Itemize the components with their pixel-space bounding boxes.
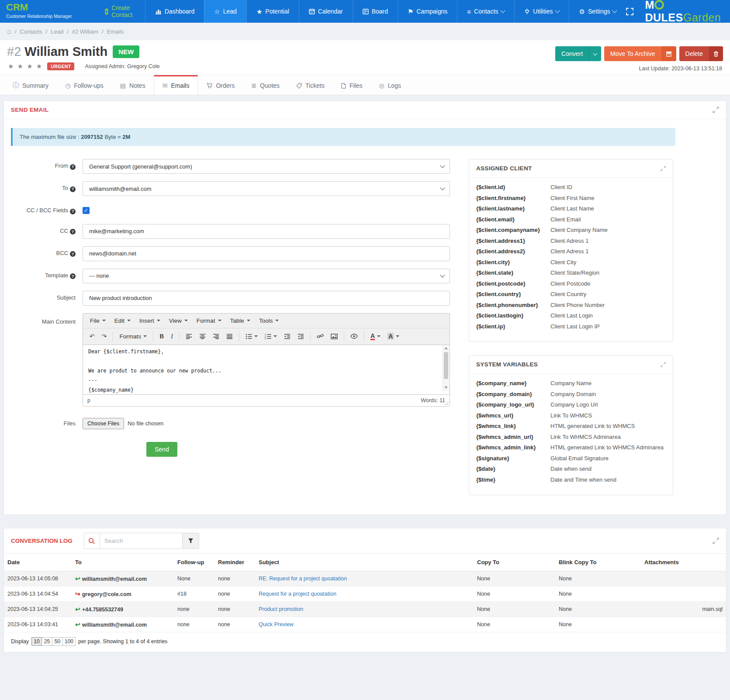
nav-settings[interactable]: ⚙ Settings <box>569 0 626 23</box>
home-icon[interactable]: ⌂ <box>7 28 11 35</box>
modulesgarden-logo[interactable]: MDULESGarden <box>645 0 722 24</box>
tab-emails[interactable]: ✉Emails <box>154 75 198 95</box>
to-select[interactable]: williamsmith@email.com <box>83 181 450 196</box>
scrollbar-thumb[interactable] <box>444 352 448 379</box>
tab-files[interactable]: Files <box>333 75 371 95</box>
redo-icon[interactable]: ↷ <box>99 330 110 342</box>
breadcrumb-emails[interactable]: Emails <box>107 28 124 35</box>
cc-input[interactable] <box>83 224 450 239</box>
nav-campaigns[interactable]: ⚑ Campaigns <box>398 0 457 23</box>
variable-token[interactable]: {$client.city} <box>476 259 550 266</box>
image-icon[interactable] <box>328 331 341 342</box>
table-row[interactable]: 2023-06-13 14:05:08 ↩williamsmith@email.… <box>4 571 726 586</box>
help-icon[interactable]: ? <box>70 209 76 214</box>
expand-icon[interactable] <box>713 538 719 544</box>
editor-scrollbar[interactable] <box>443 345 449 391</box>
variable-row[interactable]: {$whmcs_admin_link}HTML generated Link t… <box>476 444 666 455</box>
col-reminder[interactable]: Reminder <box>215 554 255 571</box>
bullet-list-icon[interactable] <box>242 331 261 342</box>
variable-token[interactable]: {$client.address2} <box>476 248 550 255</box>
variable-row[interactable]: {$whmcs_link}HTML generated Link to WHMC… <box>476 423 666 434</box>
page-size-10[interactable]: 10 <box>31 637 42 646</box>
resize-handle[interactable] <box>444 401 449 405</box>
variable-row[interactable]: {$client.address2}Client Adress 1 <box>476 248 666 259</box>
breadcrumb-lead[interactable]: Lead <box>51 28 63 35</box>
menu-format[interactable]: Format <box>192 314 226 327</box>
align-right-icon[interactable] <box>210 331 222 342</box>
variable-row[interactable]: {$whmcs_admin_url}Link To WHMCS Adminare… <box>476 434 666 445</box>
variable-row[interactable]: {$company_logo_url}Company Logo Url <box>476 401 666 412</box>
variable-token[interactable]: {$time} <box>476 476 550 483</box>
send-button[interactable]: Send <box>146 442 177 457</box>
variable-token[interactable]: {$whmcs_link} <box>476 423 550 429</box>
variable-row[interactable]: {$client.lastname}Client Last Name <box>476 205 666 216</box>
tab-quotes[interactable]: ≣Quotes <box>243 75 288 95</box>
variable-token[interactable]: {$client.phonenumber} <box>476 302 550 308</box>
scroll-down-icon[interactable] <box>443 385 449 391</box>
col-date[interactable]: Date <box>4 554 72 571</box>
outdent-icon[interactable] <box>281 331 294 342</box>
variable-row[interactable]: {$client.companyname}Client Company Name <box>476 227 666 238</box>
search-input[interactable] <box>100 533 183 549</box>
undo-icon[interactable]: ↶ <box>86 330 98 342</box>
bold-icon[interactable]: B <box>156 330 167 343</box>
text-color-icon[interactable]: A <box>367 330 384 343</box>
table-row[interactable]: 2023-06-13 14:04:54 ↪gregory@cole.com #1… <box>4 586 726 602</box>
variable-token[interactable]: {$client.firstname} <box>476 195 550 201</box>
variable-row[interactable]: {$client.lastlogin}Client Last Login <box>476 312 666 323</box>
filter-button[interactable] <box>183 533 199 549</box>
help-icon[interactable]: ? <box>70 164 76 170</box>
col-followup[interactable]: Follow-up <box>174 554 215 571</box>
page-size-50[interactable]: 50 <box>52 637 63 646</box>
breadcrumb-contact[interactable]: #2 William <box>72 28 98 35</box>
background-color-icon[interactable]: A <box>384 330 402 342</box>
variable-token[interactable]: {$client.email} <box>476 216 550 223</box>
editor-content[interactable]: Dear {$client.firstname}, We are produt … <box>83 345 450 394</box>
menu-tools[interactable]: Tools <box>255 314 284 327</box>
variable-token[interactable]: {$client.companyname} <box>476 227 550 233</box>
variable-token[interactable]: {$company_name} <box>476 380 550 386</box>
italic-icon[interactable]: I <box>168 330 176 343</box>
expand-icon[interactable] <box>713 107 719 113</box>
variable-token[interactable]: {$company_logo_url} <box>476 401 550 408</box>
variable-row[interactable]: {$client.address1}Client Adress 1 <box>476 238 666 248</box>
page-size-100[interactable]: 100 <box>63 637 76 646</box>
tab-tickets[interactable]: Tickets <box>288 75 333 95</box>
col-copy-to[interactable]: Copy To <box>474 554 555 571</box>
variable-row[interactable]: {$client.postcode}Client Postcode <box>476 280 666 291</box>
menu-insert[interactable]: Insert <box>135 314 165 327</box>
variable-token[interactable]: {$whmcs_url} <box>476 412 550 419</box>
template-select[interactable]: --- none <box>83 269 450 283</box>
nav-utilities[interactable]: Utilities <box>514 0 569 23</box>
justify-icon[interactable] <box>223 331 236 342</box>
variable-row[interactable]: {$company_name}Company Name <box>476 380 666 391</box>
align-left-icon[interactable] <box>183 331 195 342</box>
subject-link[interactable]: Product promotion <box>259 606 303 612</box>
tab-notes[interactable]: ▤Notes <box>112 75 154 95</box>
col-to[interactable]: To <box>72 554 174 571</box>
menu-edit[interactable]: Edit <box>110 314 135 327</box>
variable-token[interactable]: {$client.state} <box>476 269 550 276</box>
variable-row[interactable]: {$client.firstname}Client First Name <box>476 195 666 206</box>
subject-input[interactable] <box>83 291 450 306</box>
table-row[interactable]: 2023-06-13 14:03:41 ↩williamsmith@email.… <box>4 617 726 632</box>
preview-eye-icon[interactable] <box>347 331 361 341</box>
variable-token[interactable]: {$whmcs_admin_url} <box>476 434 550 440</box>
convert-button[interactable]: Convert <box>555 46 601 61</box>
variable-token[interactable]: {$client.country} <box>476 291 550 297</box>
variable-token[interactable]: {$whmcs_admin_link} <box>476 444 550 451</box>
nav-potential[interactable]: ★ Potential <box>246 0 299 23</box>
nav-lead[interactable]: ☆ Lead <box>204 0 246 23</box>
variable-token[interactable]: {$signature} <box>476 455 550 462</box>
variable-token[interactable]: {$client.lastname} <box>476 205 550 212</box>
variable-row[interactable]: {$client.phonenumber}Client Phone Number <box>476 302 666 313</box>
align-center-icon[interactable] <box>196 331 209 342</box>
variable-row[interactable]: {$company_domain}Company Domain <box>476 391 666 402</box>
expand-icon[interactable] <box>661 166 666 171</box>
help-icon[interactable]: ? <box>70 251 76 257</box>
nav-contacts[interactable]: ≡ Contacts <box>457 0 514 23</box>
variable-row[interactable]: {$date}Date when send <box>476 466 666 476</box>
variable-row[interactable]: {$client.ip}Client Last Login IP <box>476 323 666 334</box>
variable-token[interactable]: {$client.ip} <box>476 323 550 330</box>
menu-table[interactable]: Table <box>226 314 255 327</box>
